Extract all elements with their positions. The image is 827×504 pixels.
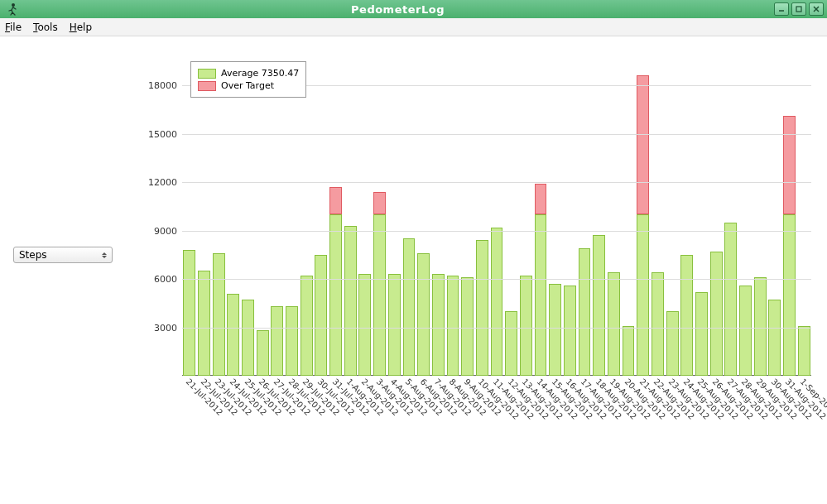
bar [242,300,254,376]
metric-select[interactable]: Steps [13,247,113,263]
y-tick-label: 18000 [148,80,177,91]
close-button[interactable] [809,2,824,16]
bar [257,330,269,376]
bar [739,286,752,376]
y-tick-label: 9000 [154,225,177,236]
bar [491,228,503,376]
legend-swatch-over [198,81,216,91]
menubar: File Tools Help [0,18,827,36]
chart-plot-area: 21-Jul-201222-Jul-201223-Jul-201224-Jul-… [182,53,811,376]
minimize-button[interactable] [774,2,789,16]
svg-rect-2 [796,7,801,12]
bar [520,276,532,376]
legend-avg-label: Average 7350.47 [221,68,299,79]
bar [505,311,517,376]
chevron-updown-icon [100,249,108,261]
bar [358,274,371,376]
bar [344,226,357,376]
bar [579,248,591,376]
bar [213,253,225,376]
bar [183,250,195,376]
bar [227,294,239,376]
bar [329,187,342,376]
bar [680,255,693,376]
bar [417,253,430,376]
bar [652,272,664,376]
bar [608,272,620,376]
y-tick-label: 12000 [148,177,177,188]
bar [637,75,649,376]
menu-file[interactable]: File [5,22,22,33]
bar [271,306,283,376]
walker-icon [3,0,22,18]
y-tick-label: 3000 [154,322,177,333]
bar [768,300,781,376]
bar [447,276,459,376]
bar [432,274,445,376]
bar [549,284,561,376]
menu-help[interactable]: Help [70,22,92,33]
metric-select-value: Steps [19,249,47,261]
bar [623,326,635,376]
bar [403,238,416,376]
bar [798,326,810,376]
chart-legend: Average 7350.47 Over Target [190,61,306,98]
bar [315,255,327,376]
legend-over-label: Over Target [221,80,274,91]
window-title: PedometerLog [22,3,774,16]
bar [695,292,708,376]
bar [388,274,401,376]
maximize-button[interactable] [791,2,806,16]
titlebar: PedometerLog [0,0,827,18]
bar [286,306,298,376]
bar [564,286,576,376]
bar [593,235,605,376]
bar [783,116,796,376]
bar [724,223,737,376]
bar [373,192,386,376]
y-tick-label: 15000 [148,128,177,139]
y-tick-label: 6000 [154,274,177,285]
bar [301,276,313,376]
bar [476,240,488,376]
chart: 21-Jul-201222-Jul-201223-Jul-201224-Jul-… [132,45,820,492]
bar [710,252,723,376]
menu-tools[interactable]: Tools [33,22,58,33]
bar [666,311,679,376]
bar [198,271,210,376]
legend-swatch-average [198,69,216,79]
